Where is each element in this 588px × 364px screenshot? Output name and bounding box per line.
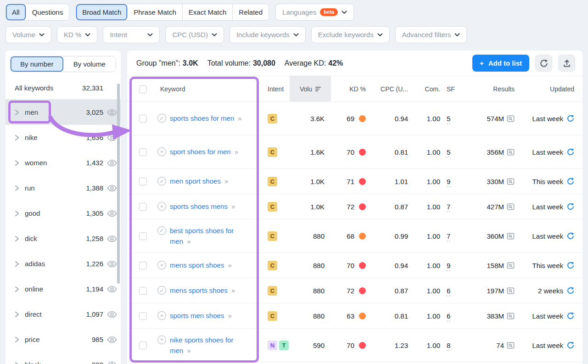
tab-phrase-match[interactable]: Phrase Match [128, 4, 183, 20]
chevron-right-icon[interactable] [15, 160, 19, 166]
tab-broad-match[interactable]: Broad Match [76, 4, 128, 20]
filter-include-keywords[interactable]: Include keywords [230, 26, 306, 43]
refresh-keyword-icon[interactable] [567, 148, 574, 156]
refresh-keyword-icon[interactable] [567, 115, 574, 122]
chevron-right-icon[interactable] [15, 311, 19, 318]
added-check-icon[interactable]: ✓ [157, 286, 166, 295]
refresh-keyword-icon[interactable] [567, 287, 574, 294]
filter-kd[interactable]: KD % [57, 26, 97, 43]
serp-snapshot-icon[interactable] [507, 115, 515, 123]
column-header-com[interactable]: Com. [413, 85, 440, 93]
chevron-right-icon[interactable] [15, 362, 19, 364]
expand-keyword-icon[interactable]: » [236, 114, 241, 122]
expand-keyword-icon[interactable]: » [233, 148, 238, 156]
add-keyword-icon[interactable]: + [157, 202, 166, 211]
keyword-link[interactable]: mens sport shoes [170, 261, 224, 269]
tab-related[interactable]: Related [233, 4, 269, 20]
chevron-right-icon[interactable] [15, 210, 19, 217]
refresh-keyword-icon[interactable] [567, 262, 574, 269]
eye-icon[interactable] [107, 134, 117, 142]
sidebar-group-item[interactable]: nike 1,636 [6, 125, 121, 150]
row-checkbox[interactable] [139, 115, 147, 123]
column-header-kd[interactable]: KD % [331, 85, 371, 93]
expand-keyword-icon[interactable]: » [226, 261, 231, 269]
chevron-right-icon[interactable] [15, 109, 19, 116]
serp-snapshot-icon[interactable] [507, 232, 515, 240]
column-header-updated[interactable]: Updated [515, 85, 574, 93]
expand-keyword-icon[interactable]: » [230, 202, 235, 210]
column-header-sf[interactable]: SF [440, 85, 463, 93]
sidebar-all-keywords-row[interactable]: All keywords 32,331 [6, 77, 121, 100]
eye-icon[interactable] [107, 310, 117, 319]
sidebar-group-item[interactable]: black 988 [6, 352, 121, 364]
chevron-right-icon[interactable] [15, 336, 19, 343]
chevron-right-icon[interactable] [15, 261, 19, 267]
column-header-cpc[interactable]: CPC (U... [371, 85, 413, 93]
sidebar-group-item[interactable]: dick 1,258 [6, 226, 121, 251]
sf-value[interactable]: 8 [447, 342, 450, 351]
eye-icon[interactable] [107, 209, 117, 218]
sf-value[interactable]: 5 [447, 148, 450, 157]
column-header-intent[interactable]: Intent [260, 85, 290, 93]
sidebar-group-item[interactable]: direct 1,097 [6, 302, 121, 327]
keyword-link[interactable]: mens sports shoes [170, 286, 228, 294]
export-button[interactable] [558, 55, 575, 72]
chevron-right-icon[interactable] [15, 185, 19, 191]
add-keyword-icon[interactable]: + [157, 261, 166, 269]
expand-keyword-icon[interactable]: » [223, 177, 228, 185]
chevron-right-icon[interactable] [15, 134, 19, 141]
tab-all[interactable]: All [6, 4, 26, 20]
toggle-by-volume[interactable]: By volume [63, 56, 116, 72]
eye-icon[interactable] [107, 285, 117, 293]
column-header-results[interactable]: Results [463, 85, 515, 93]
serp-snapshot-icon[interactable] [507, 342, 515, 349]
sf-value[interactable]: 7 [447, 203, 450, 212]
refresh-keyword-icon[interactable] [567, 312, 574, 319]
add-keyword-icon[interactable]: + [157, 336, 166, 344]
filter-exclude-keywords[interactable]: Exclude keywords [311, 26, 390, 43]
sf-value[interactable]: 6 [447, 287, 450, 296]
keyword-link[interactable]: best sports shoes for men [170, 227, 234, 245]
added-check-icon[interactable]: ✓ [157, 226, 166, 235]
eye-icon[interactable] [107, 108, 117, 117]
serp-snapshot-icon[interactable] [507, 148, 515, 156]
sf-value[interactable]: 9 [447, 262, 450, 271]
eye-icon[interactable] [107, 235, 117, 243]
add-keyword-icon[interactable]: + [157, 311, 166, 320]
added-check-icon[interactable]: ✓ [157, 177, 166, 185]
filter-intent[interactable]: Intent [103, 26, 160, 43]
sf-value[interactable]: 9 [447, 178, 450, 187]
sf-value[interactable]: 7 [447, 232, 450, 241]
keyword-link[interactable]: nike sports shoes for men [170, 336, 233, 354]
row-checkbox[interactable] [139, 262, 147, 269]
keyword-link[interactable]: sports shoes mens [170, 202, 228, 210]
keyword-link[interactable]: sports shoes for men [170, 114, 234, 122]
expand-keyword-icon[interactable]: » [185, 347, 190, 354]
sf-value[interactable]: 6 [447, 312, 450, 321]
serp-snapshot-icon[interactable] [507, 178, 515, 185]
refresh-button[interactable] [535, 55, 552, 72]
row-checkbox[interactable] [139, 178, 147, 185]
serp-snapshot-icon[interactable] [507, 287, 515, 295]
refresh-keyword-icon[interactable] [567, 178, 574, 185]
eye-icon[interactable] [107, 260, 117, 268]
sidebar-group-item[interactable]: run 1,388 [6, 175, 121, 201]
sidebar-group-item[interactable]: price 985 [6, 327, 121, 352]
sidebar-group-item[interactable]: good 1,305 [6, 201, 121, 226]
added-check-icon[interactable]: ✓ [157, 114, 166, 123]
toggle-by-number[interactable]: By number [11, 56, 63, 72]
sidebar-group-item[interactable]: women 1,432 [6, 150, 121, 175]
keyword-link[interactable]: sport shoes for men [170, 148, 231, 156]
eye-icon[interactable] [107, 361, 117, 364]
sidebar-group-item[interactable]: online 1,194 [6, 276, 121, 302]
refresh-keyword-icon[interactable] [567, 203, 574, 210]
chevron-right-icon[interactable] [15, 235, 19, 242]
refresh-keyword-icon[interactable] [567, 232, 574, 240]
tab-exact-match[interactable]: Exact Match [183, 4, 233, 20]
expand-keyword-icon[interactable]: » [226, 312, 231, 319]
languages-dropdown[interactable]: Languages beta [275, 4, 354, 21]
tab-questions[interactable]: Questions [26, 4, 69, 20]
row-checkbox[interactable] [139, 312, 147, 320]
row-checkbox[interactable] [139, 203, 147, 211]
filter-cpc[interactable]: CPC (USD) [165, 26, 224, 43]
